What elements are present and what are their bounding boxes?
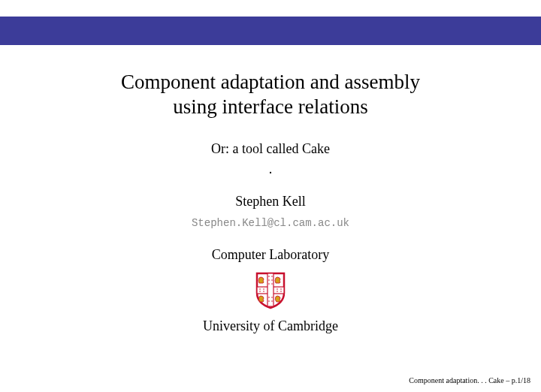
- header-bar: [0, 17, 541, 45]
- title-line-1: Component adaptation and assembly: [0, 71, 541, 94]
- svg-point-3: [271, 276, 273, 277]
- svg-point-4: [268, 279, 270, 281]
- svg-point-9: [263, 288, 264, 290]
- dot-separator: .: [0, 161, 541, 177]
- svg-point-2: [268, 276, 270, 277]
- svg-point-13: [280, 288, 282, 290]
- title-line-2: using interface relations: [0, 95, 541, 119]
- svg-point-15: [280, 291, 282, 292]
- subtitle: Or: a tool called Cake: [0, 141, 541, 157]
- svg-point-11: [263, 291, 264, 292]
- svg-rect-1: [267, 273, 274, 306]
- svg-point-8: [259, 288, 261, 290]
- svg-point-12: [277, 288, 278, 290]
- svg-point-10: [259, 291, 261, 292]
- svg-point-14: [277, 291, 278, 292]
- svg-point-17: [271, 297, 273, 298]
- svg-point-5: [271, 279, 273, 281]
- author-email: Stephen.Kell@cl.cam.ac.uk: [0, 217, 541, 229]
- svg-point-16: [268, 297, 270, 298]
- author-name: Stephen Kell: [0, 194, 541, 210]
- svg-point-18: [268, 300, 270, 302]
- svg-point-7: [271, 283, 273, 285]
- university-name: University of Cambridge: [0, 318, 541, 334]
- slide-content: Component adaptation and assembly using …: [0, 45, 541, 334]
- slide-footer: Component adaptation. . . Cake – p.1/18: [409, 376, 530, 384]
- svg-point-19: [271, 300, 273, 302]
- department: Computer Laboratory: [0, 247, 541, 263]
- svg-point-6: [268, 283, 270, 285]
- university-crest-icon: [0, 270, 541, 309]
